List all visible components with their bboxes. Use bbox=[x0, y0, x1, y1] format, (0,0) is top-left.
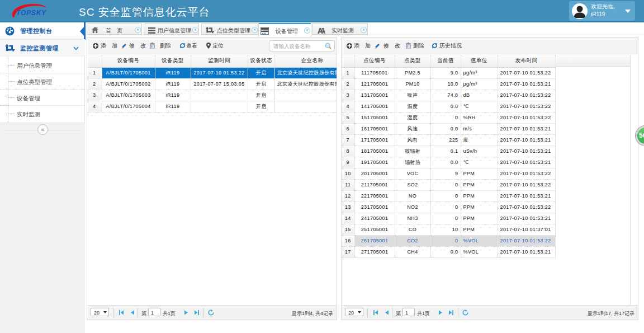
svg-text:TOPSKY: TOPSKY bbox=[16, 9, 46, 17]
